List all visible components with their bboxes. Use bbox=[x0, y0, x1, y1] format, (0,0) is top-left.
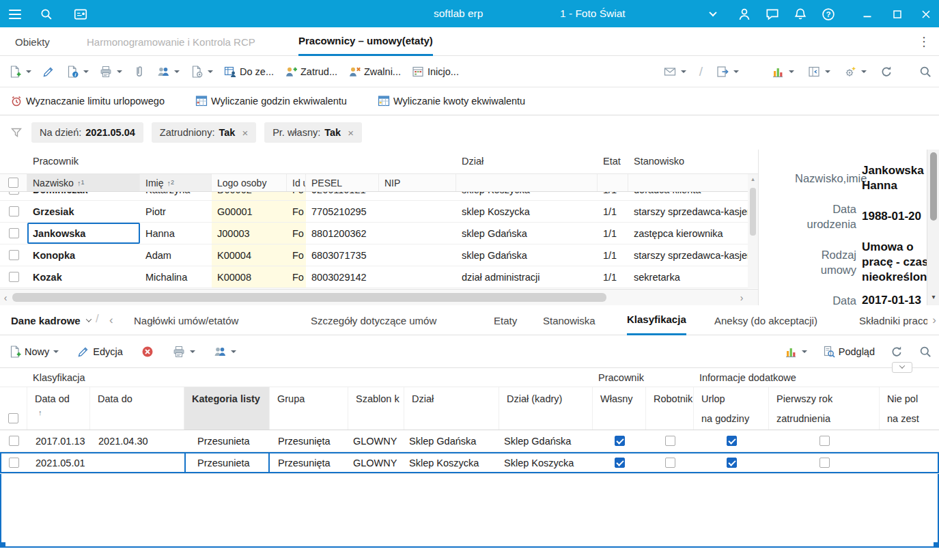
scroll-right-icon[interactable] bbox=[736, 290, 747, 306]
attachments-button[interactable] bbox=[131, 63, 148, 81]
wlasny-checkbox[interactable] bbox=[615, 458, 625, 468]
scrollbar-thumb[interactable] bbox=[930, 152, 937, 221]
column-header-wlasny[interactable]: Własny bbox=[593, 387, 646, 430]
table-row[interactable]: 2017.01.13 2021.04.30 Przesunieta Przesu… bbox=[0, 430, 939, 452]
column-header-dzial[interactable]: Dział bbox=[404, 387, 499, 430]
record-info-button[interactable] bbox=[64, 63, 90, 81]
row-checkbox[interactable] bbox=[9, 192, 19, 195]
tab-overflow-menu-icon[interactable] bbox=[916, 33, 932, 51]
row-checkbox[interactable] bbox=[9, 228, 19, 238]
tab-skladniki[interactable]: Składniki praco bbox=[859, 305, 927, 335]
column-header-urlop-na-godziny[interactable]: Urlopna godziny bbox=[694, 387, 769, 430]
search-button[interactable] bbox=[917, 63, 934, 81]
chart-button[interactable] bbox=[770, 63, 796, 81]
tab-aneksy[interactable]: Aneksy (do akceptacji) bbox=[714, 305, 817, 335]
select-all-checkbox[interactable] bbox=[8, 413, 18, 423]
details-scrollbar[interactable] bbox=[927, 150, 939, 305]
search-button[interactable] bbox=[917, 343, 934, 361]
select-all-checkbox[interactable] bbox=[8, 178, 18, 188]
row-checkbox[interactable] bbox=[9, 250, 19, 260]
table-row[interactable]: Dominiczak Katarzyna D00002 Fo 920611012… bbox=[0, 192, 748, 201]
scrollbar-thumb[interactable] bbox=[12, 293, 606, 302]
kwota-ekwiwalentu-button[interactable]: Wyliczanie kwoty ekwiwalentu bbox=[376, 92, 527, 110]
table-row[interactable]: Kozak Michalina K00008 Fo 8003029142 dzi… bbox=[0, 266, 748, 288]
urlop-na-godziny-checkbox[interactable] bbox=[727, 436, 737, 446]
help-icon[interactable] bbox=[820, 6, 837, 23]
wlasny-checkbox[interactable] bbox=[615, 436, 625, 446]
filter-chip-pr-wlasny[interactable]: Pr. własny:Tak bbox=[264, 122, 362, 143]
bell-icon[interactable] bbox=[792, 6, 809, 23]
maximize-button[interactable] bbox=[889, 6, 906, 23]
column-header-szablon[interactable]: Szablon k bbox=[348, 387, 404, 430]
persons-button[interactable] bbox=[155, 63, 181, 81]
document-settings-button[interactable] bbox=[188, 63, 214, 81]
hamburger-menu-icon[interactable] bbox=[7, 6, 23, 23]
scroll-down-icon[interactable] bbox=[927, 293, 939, 304]
export-button[interactable] bbox=[714, 63, 740, 81]
column-header-nie-pol[interactable]: Nie polna zest bbox=[880, 387, 939, 430]
vertical-scrollbar[interactable] bbox=[748, 174, 758, 288]
send-button[interactable] bbox=[662, 63, 688, 81]
godziny-ekwiwalentu-button[interactable]: Wyliczanie godzin ekwiwalentu bbox=[193, 92, 348, 110]
horizontal-scrollbar[interactable] bbox=[0, 289, 758, 305]
delete-button[interactable] bbox=[139, 343, 156, 361]
column-header-nip[interactable]: NIP bbox=[379, 174, 456, 191]
close-icon[interactable] bbox=[242, 127, 248, 139]
refresh-button[interactable] bbox=[878, 63, 895, 81]
column-header-data-od[interactable]: Data od bbox=[27, 387, 90, 430]
column-header-grupa[interactable]: Grupa bbox=[270, 387, 348, 430]
close-icon[interactable] bbox=[348, 127, 354, 139]
tab-etaty[interactable]: Etaty bbox=[494, 305, 517, 335]
table-row-selected[interactable]: 2021.05.01 Przesunieta Przesunięta GLOWN… bbox=[0, 452, 939, 474]
zwalnianie-button[interactable]: Zwalni... bbox=[346, 63, 402, 81]
row-checkbox[interactable] bbox=[9, 436, 19, 446]
minimize-button[interactable] bbox=[859, 6, 875, 23]
tabs-scroll-right-icon[interactable] bbox=[932, 313, 936, 327]
layout-button[interactable] bbox=[806, 63, 832, 81]
inicjowanie-button[interactable]: Inicjo... bbox=[410, 63, 460, 81]
column-header-data-do[interactable]: Data do bbox=[90, 387, 184, 430]
tab-naglowki-umow[interactable]: Nagłówki umów/etatów bbox=[134, 305, 238, 335]
edit-button[interactable] bbox=[40, 63, 57, 81]
limit-urlopowy-button[interactable]: Wyznaczanie limitu urlopowego bbox=[8, 92, 166, 110]
column-header-logo-osoby[interactable]: Logo osoby bbox=[212, 174, 287, 191]
tab-stanowiska[interactable]: Stanowiska bbox=[543, 305, 595, 335]
column-header-pierwszy-rok[interactable]: Pierwszy rokzatrudnienia bbox=[769, 387, 880, 430]
pierwszy-rok-checkbox[interactable] bbox=[819, 436, 830, 446]
column-header-pesel[interactable]: PESEL bbox=[306, 174, 379, 191]
column-header-robotnik[interactable]: Robotnik bbox=[646, 387, 694, 430]
new-button[interactable]: Nowy bbox=[7, 343, 60, 361]
scrollbar-thumb[interactable] bbox=[750, 188, 756, 236]
table-row-selected[interactable]: Jankowska Hanna J00003 Fo 8801200362 skl… bbox=[0, 223, 748, 244]
tab-obiekty[interactable]: Obiekty bbox=[15, 27, 50, 56]
close-button[interactable] bbox=[918, 6, 934, 23]
tabs-scroll-left-icon[interactable] bbox=[109, 313, 113, 327]
pierwszy-rok-checkbox[interactable] bbox=[819, 458, 830, 468]
row-checkbox[interactable] bbox=[9, 272, 19, 282]
column-header-kategoria-listy[interactable]: Kategoria listy bbox=[184, 387, 270, 430]
table-row[interactable]: Grzesiak Piotr G00001 Fo 7705210295 skle… bbox=[0, 201, 748, 223]
tab-harmonogramowanie[interactable]: Harmonogramowanie i Kontrola RCP bbox=[87, 27, 255, 56]
tab-szczegoly-umow[interactable]: Szczegóły dotyczące umów bbox=[311, 305, 436, 335]
persons-button[interactable] bbox=[212, 343, 238, 361]
badge-card-icon[interactable] bbox=[72, 6, 89, 23]
zatrudnianie-button[interactable]: Zatrud... bbox=[283, 63, 339, 81]
new-record-button[interactable] bbox=[7, 63, 33, 81]
print-button[interactable] bbox=[171, 343, 197, 361]
robotnik-checkbox[interactable] bbox=[665, 458, 675, 468]
filter-chip-na-dzien[interactable]: Na dzień:2021.05.04 bbox=[31, 122, 143, 143]
panel-expander-button[interactable] bbox=[892, 362, 912, 373]
scroll-up-icon[interactable] bbox=[748, 176, 758, 185]
edit-button[interactable]: Edycja bbox=[75, 343, 124, 361]
search-icon[interactable] bbox=[38, 6, 55, 23]
scroll-left-icon[interactable] bbox=[0, 290, 11, 306]
column-header-dzial-kadry[interactable]: Dział (kadry) bbox=[499, 387, 593, 430]
preview-button[interactable]: Podgląd bbox=[821, 343, 876, 361]
tab-klasyfikacja[interactable]: Klasyfikacja bbox=[627, 305, 686, 335]
print-button[interactable] bbox=[98, 63, 124, 81]
dane-kadrowe-selector[interactable]: Dane kadrowe bbox=[11, 305, 91, 335]
settings-wizard-button[interactable] bbox=[842, 63, 868, 81]
do-zespolu-button[interactable]: Do ze... bbox=[222, 63, 275, 81]
robotnik-checkbox[interactable] bbox=[665, 436, 675, 446]
table-row[interactable]: Konopka Adam K00004 Fo 6803071735 sklep … bbox=[0, 244, 748, 266]
